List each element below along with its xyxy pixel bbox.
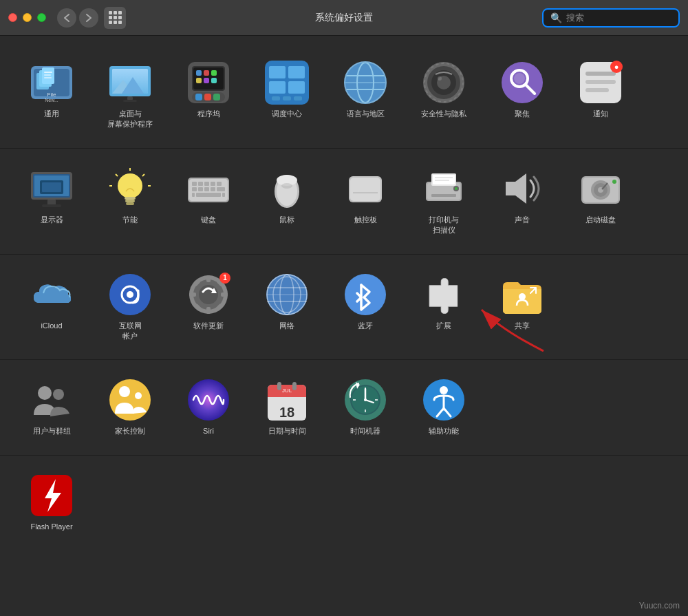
svg-rect-25 — [204, 70, 209, 76]
icon-grid-system: 用户与群组 家长控制 — [14, 371, 674, 443]
svg-rect-66 — [125, 197, 136, 200]
svg-rect-78 — [204, 182, 209, 186]
item-security[interactable]: 安全性与隐私 — [406, 54, 482, 126]
svg-point-164 — [440, 386, 448, 394]
label-keyboard: 键盘 — [201, 215, 216, 225]
item-notification[interactable]: ● 通知 — [563, 54, 638, 126]
item-trackpad[interactable]: 触控板 — [327, 160, 403, 232]
item-extensions[interactable]: 扩展 — [406, 266, 482, 338]
main-content: File New... 通用 — [0, 36, 688, 616]
item-network[interactable]: 网络 — [249, 266, 325, 338]
label-extensions: 扩展 — [436, 321, 451, 331]
item-mission[interactable]: 调度中心 — [249, 54, 325, 126]
window-title: 系统偏好设置 — [315, 12, 373, 24]
svg-rect-86 — [196, 193, 221, 197]
svg-text:File: File — [47, 92, 56, 98]
icon-icloud — [30, 273, 74, 317]
label-startup: 启动磁盘 — [585, 215, 616, 225]
label-siri: Siri — [203, 426, 214, 436]
item-startup[interactable]: 启动磁盘 — [563, 160, 638, 232]
svg-point-48 — [438, 76, 442, 81]
maximize-button[interactable] — [37, 13, 46, 22]
icon-datetime: 18 JUL — [265, 378, 309, 422]
item-parental[interactable]: 家长控制 — [92, 371, 168, 443]
item-sound[interactable]: 声音 — [484, 160, 560, 232]
item-energy[interactable]: 节能 — [92, 160, 168, 232]
notification-badge: ● — [610, 61, 623, 73]
svg-rect-35 — [272, 96, 280, 100]
svg-rect-81 — [192, 187, 197, 191]
icon-parental — [108, 378, 152, 422]
label-mission: 调度中心 — [272, 109, 302, 119]
search-input[interactable] — [566, 12, 671, 23]
item-users[interactable]: 用户与群组 — [14, 371, 89, 443]
label-sound: 声音 — [515, 215, 530, 225]
icon-sound — [500, 167, 544, 211]
item-sharing[interactable]: 共享 — [484, 266, 560, 338]
search-box[interactable]: 🔍 — [542, 8, 680, 28]
item-desktop[interactable]: 桌面与屏幕保护程序 — [92, 54, 168, 137]
item-flash[interactable]: Flash Player — [14, 467, 89, 539]
svg-rect-33 — [269, 81, 286, 94]
item-spotlight[interactable]: 聚焦 — [484, 54, 560, 126]
label-mouse: 鼠标 — [279, 215, 294, 225]
item-datetime[interactable]: 18 JUL 日期与时间 — [249, 371, 325, 443]
item-internet-accounts[interactable]: 互联网帐户 — [92, 266, 168, 349]
item-timemachine[interactable]: 时间机器 — [327, 371, 403, 443]
label-dock: 程序坞 — [197, 109, 220, 119]
label-icloud: iCloud — [41, 321, 62, 331]
item-language[interactable]: 语言与地区 — [327, 54, 403, 126]
svg-rect-31 — [269, 66, 286, 78]
svg-rect-64 — [42, 182, 61, 192]
minimize-button[interactable] — [23, 13, 32, 22]
icon-accessibility — [422, 378, 466, 422]
icon-grid-internet: iCloud 互联网帐户 — [14, 266, 674, 349]
item-mouse[interactable]: 鼠标 — [249, 160, 325, 232]
svg-rect-80 — [217, 182, 222, 186]
svg-rect-56 — [585, 80, 616, 84]
svg-rect-76 — [192, 182, 197, 186]
svg-point-141 — [109, 379, 151, 421]
grid-view-button[interactable] — [104, 7, 126, 29]
back-button[interactable] — [57, 8, 76, 28]
svg-rect-121 — [221, 293, 228, 297]
item-dock[interactable]: 程序坞 — [171, 54, 246, 126]
svg-rect-22 — [204, 94, 211, 100]
item-update[interactable]: 1 软件更新 — [171, 266, 246, 338]
label-network: 网络 — [279, 321, 294, 331]
icon-tongyong: File New... — [30, 61, 74, 105]
icon-mission — [265, 61, 309, 105]
svg-text:JUL: JUL — [282, 387, 292, 394]
svg-point-65 — [118, 173, 142, 198]
item-display[interactable]: 显示器 — [14, 160, 89, 232]
label-users: 用户与群组 — [33, 426, 71, 436]
icon-mouse — [265, 167, 309, 211]
item-bluetooth[interactable]: 蓝牙 — [327, 266, 403, 338]
icon-sharing — [500, 273, 544, 317]
label-internet-accounts: 互联网帐户 — [119, 321, 142, 342]
item-tongyong[interactable]: File New... 通用 — [14, 54, 89, 126]
item-icloud[interactable]: iCloud — [14, 266, 89, 338]
svg-rect-28 — [204, 78, 209, 83]
icon-display — [30, 167, 74, 211]
svg-rect-149 — [292, 382, 297, 390]
item-accessibility[interactable]: 辅助功能 — [406, 371, 482, 443]
titlebar: 系统偏好设置 🔍 — [0, 0, 688, 36]
svg-point-143 — [135, 392, 142, 399]
item-siri[interactable]: Siri — [171, 371, 246, 443]
svg-rect-37 — [294, 96, 302, 100]
icon-startup — [579, 167, 623, 211]
label-accessibility: 辅助功能 — [429, 426, 459, 436]
svg-rect-5 — [44, 72, 52, 73]
label-bluetooth: 蓝牙 — [358, 321, 373, 331]
section-internet: iCloud 互联网帐户 — [0, 255, 688, 361]
close-button[interactable] — [8, 13, 17, 22]
svg-rect-67 — [125, 200, 135, 202]
item-keyboard[interactable]: 键盘 — [171, 160, 246, 232]
icon-users — [30, 378, 74, 422]
svg-point-92 — [281, 183, 292, 189]
svg-rect-148 — [277, 382, 281, 390]
svg-rect-85 — [217, 187, 225, 191]
forward-button[interactable] — [79, 8, 98, 28]
item-printer[interactable]: 打印机与扫描仪 — [406, 160, 482, 243]
